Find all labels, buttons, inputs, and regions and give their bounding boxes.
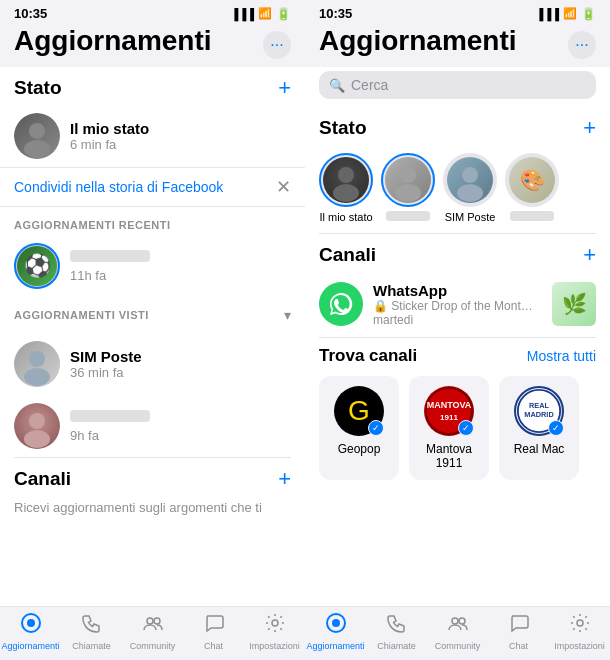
right-signal-icon: ▐▐▐	[536, 8, 559, 20]
svg-point-11	[338, 167, 354, 183]
left-nav-impostazioni[interactable]: Impostazioni	[244, 611, 305, 652]
football-avatar: ⚽	[17, 246, 57, 286]
right-header: Aggiornamenti ···	[305, 23, 610, 67]
seen-avatar-2	[14, 403, 60, 449]
bubble-label-blur-2	[386, 211, 430, 221]
recent-time-1: 11h fa	[70, 268, 150, 283]
trova-cards-row: G ✓ Geopop MANTOVA 1911 ✓	[305, 372, 610, 490]
svg-text:1911: 1911	[440, 413, 458, 422]
right-settings-icon	[569, 612, 591, 639]
trova-card-name-2: Real Mac	[514, 442, 565, 456]
simposte-info: SIM Poste 36 min fa	[70, 348, 142, 380]
seen-toggle[interactable]: AGGIORNAMENTI VISTI ▾	[0, 297, 305, 333]
svg-text:MANTOVA: MANTOVA	[427, 400, 472, 410]
my-avatar-face	[14, 113, 60, 159]
left-header: Aggiornamenti ···	[0, 23, 305, 67]
svg-point-5	[24, 430, 50, 448]
seen-label: AGGIORNAMENTI VISTI	[14, 309, 149, 321]
fb-share-text[interactable]: Condividi nella storia di Facebook	[14, 179, 223, 195]
my-stato-row[interactable]: Il mio stato 6 min fa	[0, 105, 305, 167]
simposte-face	[14, 341, 60, 387]
seen-row-1[interactable]: SIM Poste 36 min fa	[0, 333, 305, 395]
bubble-4[interactable]: 🎨	[505, 153, 559, 223]
right-aggiornamenti-icon	[325, 612, 347, 639]
svg-point-12	[333, 184, 359, 202]
my-stato-ring	[319, 153, 373, 207]
left-time: 10:35	[14, 6, 47, 21]
bubble-2[interactable]	[381, 153, 435, 223]
right-time: 10:35	[319, 6, 352, 21]
chevron-down-icon: ▾	[284, 307, 291, 323]
right-chiamate-icon	[386, 612, 408, 639]
recent-avatar-1: ⚽	[14, 243, 60, 289]
trova-canali-header: Trova canali Mostra tutti	[305, 338, 610, 372]
right-nav-label-1: Chiamate	[377, 641, 416, 651]
recent-update-info-1: 11h fa	[70, 250, 150, 283]
battery-icon: 🔋	[276, 7, 291, 21]
right-canali-header: Canali +	[305, 234, 610, 272]
left-stato-section-header: Stato +	[0, 67, 305, 105]
seen-row-2[interactable]: 9h fa	[0, 395, 305, 457]
signal-icon: ▐▐▐	[231, 8, 254, 20]
left-nav-chiamate[interactable]: Chiamate	[61, 611, 122, 652]
left-page-title: Aggiornamenti	[14, 25, 212, 57]
fb-close-button[interactable]: ✕	[276, 176, 291, 198]
left-panel: 10:35 ▐▐▐ 📶 🔋 Aggiornamenti ··· Stato +	[0, 0, 305, 660]
svg-point-14	[395, 184, 421, 202]
trova-card-geopop[interactable]: G ✓ Geopop	[319, 376, 399, 480]
svg-point-24	[332, 619, 340, 627]
right-more-button[interactable]: ···	[568, 31, 596, 59]
left-canali-add-button[interactable]: +	[278, 468, 291, 490]
left-canali-header: Canali +	[0, 458, 305, 496]
chat-icon-right	[508, 612, 530, 639]
simposte-avatar	[14, 341, 60, 387]
whatsapp-name: WhatsApp	[373, 282, 542, 299]
left-bottom-nav: Aggiornamenti Chiamate Community	[0, 606, 305, 660]
whatsapp-msg: 🔒 Sticker Drop of the Month: New Year, S…	[373, 299, 533, 313]
trova-card-realmadrid[interactable]: REAL MADRID ✓ Real Mac	[499, 376, 579, 480]
left-canali-desc: Ricevi aggiornamenti sugli argomenti che…	[0, 496, 305, 525]
left-stato-add-button[interactable]: +	[278, 77, 291, 99]
fb-share-banner: Condividi nella storia di Facebook ✕	[0, 167, 305, 207]
left-nav-community[interactable]: Community	[122, 611, 183, 652]
svg-point-9	[154, 618, 160, 624]
mostra-tutti-button[interactable]: Mostra tutti	[527, 348, 596, 364]
left-nav-chat[interactable]: Chat	[183, 611, 244, 652]
svg-point-25	[452, 618, 458, 624]
right-canali-title: Canali	[319, 244, 376, 266]
left-nav-aggiornamenti[interactable]: Aggiornamenti	[0, 611, 61, 652]
right-nav-community[interactable]: Community	[427, 611, 488, 652]
trova-title: Trova canali	[319, 346, 417, 366]
bubble-label-blur-4	[510, 211, 554, 221]
more-icon: ···	[270, 36, 283, 54]
right-nav-impostazioni[interactable]: Impostazioni	[549, 611, 610, 652]
my-stato-time: 6 min fa	[70, 137, 149, 152]
trova-card-mantova[interactable]: MANTOVA 1911 ✓ Mantova 1911	[409, 376, 489, 480]
svg-text:REAL: REAL	[529, 401, 550, 410]
search-icon: 🔍	[329, 78, 345, 93]
right-nav-chat[interactable]: Chat	[488, 611, 549, 652]
bubble-my-stato[interactable]: Il mio stato	[319, 153, 373, 223]
right-search-bar[interactable]: 🔍 Cerca	[319, 71, 596, 99]
bubble-avatar-4: 🎨	[509, 157, 555, 203]
right-nav-label-2: Community	[435, 641, 481, 651]
my-stato-info: Il mio stato 6 min fa	[70, 120, 149, 152]
stato-bubbles-row: Il mio stato	[305, 145, 610, 233]
bubble-label-2: SIM Poste	[445, 211, 496, 223]
right-stato-add-button[interactable]: +	[583, 117, 596, 139]
settings-icon-left	[264, 612, 286, 639]
right-canali-add-button[interactable]: +	[583, 244, 596, 266]
svg-point-15	[462, 167, 478, 183]
right-nav-label-4: Impostazioni	[554, 641, 605, 651]
whatsapp-channel-row[interactable]: WhatsApp 🔒 Sticker Drop of the Month: Ne…	[305, 272, 610, 337]
search-input[interactable]: Cerca	[351, 77, 388, 93]
recent-update-row-1[interactable]: ⚽ 11h fa	[0, 235, 305, 297]
right-battery-icon: 🔋	[581, 7, 596, 21]
right-nav-chiamate[interactable]: Chiamate	[366, 611, 427, 652]
svg-point-3	[24, 368, 50, 386]
bubble-simposte[interactable]: SIM Poste	[443, 153, 497, 223]
right-nav-aggiornamenti[interactable]: Aggiornamenti	[305, 611, 366, 652]
left-more-button[interactable]: ···	[263, 31, 291, 59]
whatsapp-time: martedì	[373, 313, 542, 327]
bubble-label-0: Il mio stato	[319, 211, 372, 223]
